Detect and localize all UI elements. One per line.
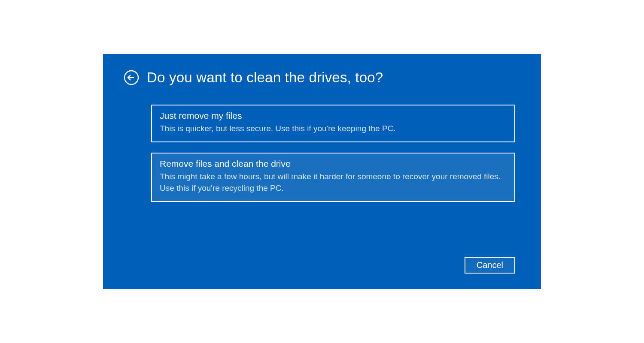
option-title: Just remove my files (160, 111, 507, 121)
cancel-button[interactable]: Cancel (465, 257, 515, 274)
dialog-header: Do you want to clean the drives, too? (124, 69, 520, 86)
option-title: Remove files and clean the drive (160, 159, 507, 169)
option-description: This might take a few hours, but will ma… (160, 171, 507, 194)
option-description: This is quicker, but less secure. Use th… (160, 123, 507, 135)
options-list: Just remove my files This is quicker, bu… (151, 105, 515, 202)
option-clean-drive[interactable]: Remove files and clean the drive This mi… (151, 153, 515, 202)
dialog-title: Do you want to clean the drives, too? (147, 69, 383, 86)
option-just-remove-files[interactable]: Just remove my files This is quicker, bu… (151, 105, 515, 142)
dialog-footer: Cancel (124, 257, 520, 276)
reset-dialog: Do you want to clean the drives, too? Ju… (103, 54, 541, 289)
back-arrow-icon[interactable] (124, 70, 139, 85)
